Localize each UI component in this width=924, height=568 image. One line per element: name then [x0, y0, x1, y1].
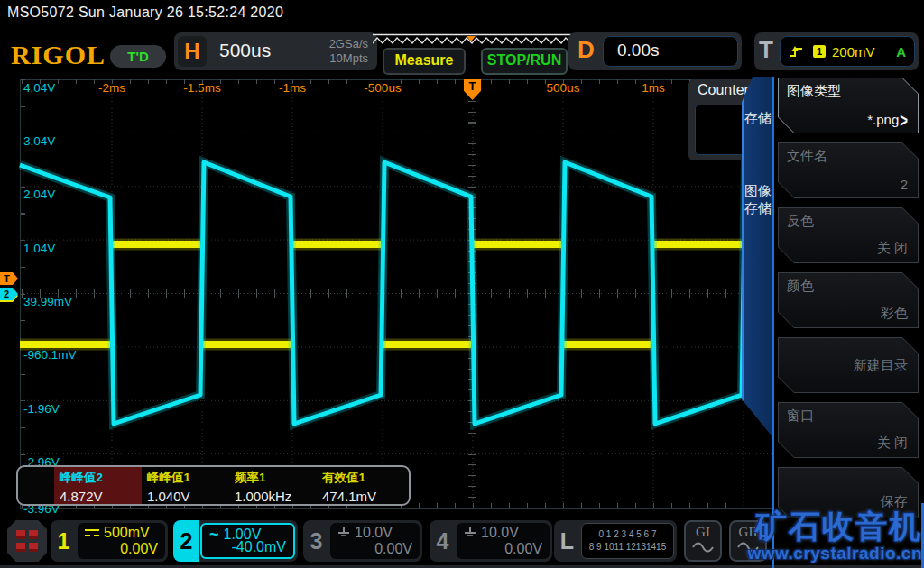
measurement-popup: 峰峰值2 4.872V 峰峰值1 1.040V 频率1 1.000kHz 有效值… — [16, 465, 411, 506]
channel-2-panel: ~ 1.00V -40.0mV — [200, 523, 295, 559]
time-label: -1.5ms — [183, 81, 220, 95]
menu-item-value: 新建目录 — [854, 357, 908, 374]
volt-label: 4.04V — [23, 81, 55, 95]
menu-item-label: 反色 — [787, 213, 814, 230]
measurement-item[interactable]: 有效值1 474.1mV — [317, 467, 404, 504]
menu-item-value: 关 闭 — [877, 435, 908, 452]
channel-3-scale: 10.0V — [355, 525, 393, 541]
menu-item-value: 彩色 — [881, 305, 908, 322]
watermark-url: www.crystalradio.cn — [747, 544, 922, 563]
measurement-value: 4.872V — [60, 489, 142, 504]
measurement-value: 1.040V — [147, 489, 229, 504]
channel-3-offset: 0.00V — [374, 541, 412, 557]
channel-2-offset: -40.0mV — [232, 539, 286, 555]
measurement-value: 474.1mV — [322, 489, 404, 504]
volt-label: 1.04V — [23, 242, 55, 255]
ground-coupling-icon — [337, 527, 350, 538]
channel-1-block[interactable]: 1 500mV 0.00V — [51, 520, 168, 562]
channel-4-scale: 10.0V — [481, 525, 519, 541]
time-label: 1ms — [642, 81, 665, 95]
tab-storage[interactable]: 存储 — [742, 109, 774, 126]
channel-1-offset: 0.00V — [120, 541, 158, 557]
menu-item-file-name[interactable]: 文件名 2 — [778, 142, 919, 198]
watermark-title: 矿石收音机 — [755, 506, 922, 548]
channel-3-panel: 10.0V 0.00V — [330, 523, 420, 559]
volt-label: 2.04V — [23, 188, 55, 201]
menu-item-value: 关 闭 — [877, 240, 908, 257]
channel-4-offset: 0.00V — [504, 541, 542, 557]
digital-row-2: 8 9 1011 12131415 — [582, 541, 673, 554]
digital-channels-panel: 0 1 2 3 4 5 6 7 8 9 1011 12131415 — [581, 523, 674, 559]
channel-2-block[interactable]: 2 ~ 1.00V -40.0mV — [173, 520, 298, 562]
menu-item-label: 颜色 — [787, 278, 814, 295]
measurement-label: 峰峰值1 — [147, 470, 229, 486]
digital-row-1: 0 1 2 3 4 5 6 7 — [582, 528, 673, 541]
menu-item-image-type[interactable]: 图像类型 *.png> — [778, 78, 919, 133]
dc-coupling-icon — [85, 528, 99, 537]
channel-1-number: 1 — [51, 520, 77, 562]
chevron-right-icon: > — [900, 108, 908, 132]
menu-tab-ribbon: 存储 图像存储 — [742, 77, 774, 439]
volt-label: 39.99mV — [23, 295, 72, 308]
time-label: -1ms — [279, 81, 306, 95]
channel-4-panel: 10.0V 0.00V — [457, 523, 550, 559]
channel-3-block[interactable]: 3 10.0V 0.00V — [303, 520, 422, 562]
menu-item-label: 窗口 — [787, 408, 814, 425]
channel-4-block[interactable]: 4 10.0V 0.00V — [430, 520, 552, 562]
menu-item-value-text: *.png — [867, 112, 899, 127]
tab-image-storage[interactable]: 图像存储 — [742, 182, 774, 216]
time-label: 500us — [547, 81, 580, 95]
menu-divider-line — [772, 77, 774, 568]
measurement-item[interactable]: 峰峰值2 4.872V — [54, 467, 142, 504]
digital-channels-block[interactable]: L 0 1 2 3 4 5 6 7 8 9 1011 12131415 — [554, 520, 677, 562]
ground-coupling-icon — [464, 527, 476, 538]
measurement-value: 1.000kHz — [235, 489, 317, 504]
ac-coupling-icon: ~ — [209, 529, 219, 540]
menu-item-window[interactable]: 窗口 关 闭 — [778, 402, 919, 458]
side-menu-panel: 图像类型 *.png> 文件名 2 反色 关 闭 颜色 彩色 新建目录 窗口 关… — [774, 77, 924, 518]
channel-2-number: 2 — [173, 520, 199, 562]
measurement-label: 有效值1 — [322, 470, 404, 486]
menu-item-label: 文件名 — [787, 148, 827, 165]
volt-label: -1.96V — [23, 402, 60, 416]
channel-1-scale: 500mV — [104, 525, 150, 541]
menu-item-new-directory[interactable]: 新建目录 — [778, 337, 919, 393]
menu-item-value: 2 — [901, 177, 908, 192]
measurement-item[interactable]: 频率1 1.000kHz — [229, 467, 317, 504]
time-label: -500us — [364, 81, 401, 95]
menu-item-label: 图像类型 — [787, 83, 841, 100]
menu-item-value: *.png> — [867, 112, 908, 127]
channel-1-panel: 500mV 0.00V — [78, 523, 165, 559]
channel-4-number: 4 — [430, 520, 456, 562]
counter-title: Counter — [698, 82, 749, 98]
channel-3-number: 3 — [303, 520, 329, 562]
volt-label: -960.1mV — [23, 348, 77, 362]
measurement-label: 频率1 — [235, 470, 317, 486]
menu-item-invert[interactable]: 反色 关 闭 — [778, 207, 919, 263]
measurement-label: 峰峰值2 — [60, 470, 142, 486]
volt-label: 3.04V — [23, 134, 55, 148]
measurement-item[interactable]: 峰峰值1 1.040V — [142, 467, 229, 504]
time-label: -2ms — [98, 81, 125, 95]
digital-l-label: L — [554, 520, 580, 562]
menu-item-color[interactable]: 颜色 彩色 — [778, 272, 919, 328]
